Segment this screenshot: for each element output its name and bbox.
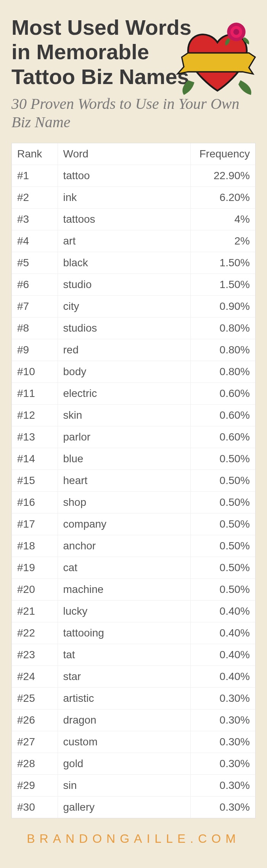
cell-frequency: 6.20% xyxy=(190,187,255,209)
cell-frequency: 0.90% xyxy=(190,296,255,317)
cell-rank: #4 xyxy=(12,230,58,252)
cell-frequency: 0.30% xyxy=(190,775,255,797)
cell-rank: #7 xyxy=(12,296,58,317)
cell-frequency: 0.60% xyxy=(190,405,255,426)
cell-word: studios xyxy=(58,317,190,339)
cell-word: electric xyxy=(58,383,190,405)
table-row: #23tat0.40% xyxy=(12,644,255,666)
table-row: #10body0.80% xyxy=(12,361,255,383)
cell-rank: #27 xyxy=(12,731,58,753)
svg-point-2 xyxy=(233,29,239,35)
cell-rank: #2 xyxy=(12,187,58,209)
table-row: #1tattoo22.90% xyxy=(12,165,255,187)
tattoo-heart-icon xyxy=(175,17,259,101)
cell-word: company xyxy=(58,513,190,535)
cell-rank: #5 xyxy=(12,252,58,274)
cell-frequency: 0.50% xyxy=(190,492,255,513)
table-row: #17company0.50% xyxy=(12,513,255,535)
cell-word: black xyxy=(58,252,190,274)
cell-word: red xyxy=(58,339,190,361)
table-row: #16shop0.50% xyxy=(12,492,255,513)
cell-word: sin xyxy=(58,775,190,797)
table-row: #14blue0.50% xyxy=(12,448,255,470)
cell-word: tattooing xyxy=(58,622,190,644)
cell-rank: #16 xyxy=(12,492,58,513)
table-row: #18anchor0.50% xyxy=(12,535,255,557)
word-frequency-table: Rank Word Frequency #1tattoo22.90%#2ink6… xyxy=(11,143,256,818)
cell-frequency: 0.80% xyxy=(190,339,255,361)
cell-rank: #18 xyxy=(12,535,58,557)
cell-rank: #21 xyxy=(12,601,58,622)
table-row: #8studios0.80% xyxy=(12,317,255,339)
cell-rank: #13 xyxy=(12,426,58,448)
table-row: #20machine0.50% xyxy=(12,579,255,601)
cell-word: tat xyxy=(58,644,190,666)
cell-frequency: 22.90% xyxy=(190,165,255,187)
cell-word: star xyxy=(58,666,190,688)
cell-word: blue xyxy=(58,448,190,470)
table-row: #27custom0.30% xyxy=(12,731,255,753)
table-row: #4art2% xyxy=(12,230,255,252)
cell-frequency: 0.60% xyxy=(190,426,255,448)
cell-frequency: 0.50% xyxy=(190,579,255,601)
table-row: #7city0.90% xyxy=(12,296,255,317)
cell-word: tattoo xyxy=(58,165,190,187)
cell-rank: #23 xyxy=(12,644,58,666)
cell-frequency: 0.30% xyxy=(190,688,255,709)
cell-frequency: 0.30% xyxy=(190,709,255,731)
cell-frequency: 0.40% xyxy=(190,666,255,688)
cell-word: ink xyxy=(58,187,190,209)
page-title: Most Used Words in Memorable Tattoo Biz … xyxy=(11,15,195,89)
cell-rank: #15 xyxy=(12,470,58,492)
table-row: #12skin0.60% xyxy=(12,405,255,426)
cell-word: lucky xyxy=(58,601,190,622)
cell-rank: #22 xyxy=(12,622,58,644)
cell-word: anchor xyxy=(58,535,190,557)
cell-word: machine xyxy=(58,579,190,601)
cell-word: art xyxy=(58,230,190,252)
cell-frequency: 0.50% xyxy=(190,470,255,492)
cell-frequency: 0.80% xyxy=(190,361,255,383)
cell-rank: #24 xyxy=(12,666,58,688)
table-row: #24star0.40% xyxy=(12,666,255,688)
cell-frequency: 0.40% xyxy=(190,622,255,644)
cell-frequency: 0.30% xyxy=(190,731,255,753)
table-row: #26dragon0.30% xyxy=(12,709,255,731)
table-row: #13parlor0.60% xyxy=(12,426,255,448)
cell-word: cat xyxy=(58,557,190,579)
cell-rank: #10 xyxy=(12,361,58,383)
table-row: #21lucky0.40% xyxy=(12,601,255,622)
table-row: #19cat0.50% xyxy=(12,557,255,579)
cell-rank: #8 xyxy=(12,317,58,339)
cell-frequency: 2% xyxy=(190,230,255,252)
table-row: #5black1.50% xyxy=(12,252,255,274)
table-row: #2ink6.20% xyxy=(12,187,255,209)
cell-frequency: 4% xyxy=(190,209,255,230)
table-row: #6studio1.50% xyxy=(12,274,255,296)
cell-frequency: 1.50% xyxy=(190,252,255,274)
cell-rank: #19 xyxy=(12,557,58,579)
cell-word: dragon xyxy=(58,709,190,731)
cell-word: artistic xyxy=(58,688,190,709)
cell-rank: #6 xyxy=(12,274,58,296)
column-header-word: Word xyxy=(58,143,190,165)
column-header-frequency: Frequency xyxy=(190,143,255,165)
cell-rank: #3 xyxy=(12,209,58,230)
table-row: #3tattoos4% xyxy=(12,209,255,230)
table-row: #22tattooing0.40% xyxy=(12,622,255,644)
cell-word: parlor xyxy=(58,426,190,448)
table-row: #25artistic0.30% xyxy=(12,688,255,709)
cell-rank: #25 xyxy=(12,688,58,709)
cell-word: gallery xyxy=(58,797,190,818)
cell-word: custom xyxy=(58,731,190,753)
cell-frequency: 0.50% xyxy=(190,513,255,535)
cell-word: heart xyxy=(58,470,190,492)
cell-rank: #20 xyxy=(12,579,58,601)
table-row: #30gallery0.30% xyxy=(12,797,255,818)
cell-frequency: 0.30% xyxy=(190,797,255,818)
table-row: #11electric0.60% xyxy=(12,383,255,405)
cell-word: shop xyxy=(58,492,190,513)
cell-rank: #14 xyxy=(12,448,58,470)
cell-frequency: 0.50% xyxy=(190,535,255,557)
cell-frequency: 0.50% xyxy=(190,448,255,470)
